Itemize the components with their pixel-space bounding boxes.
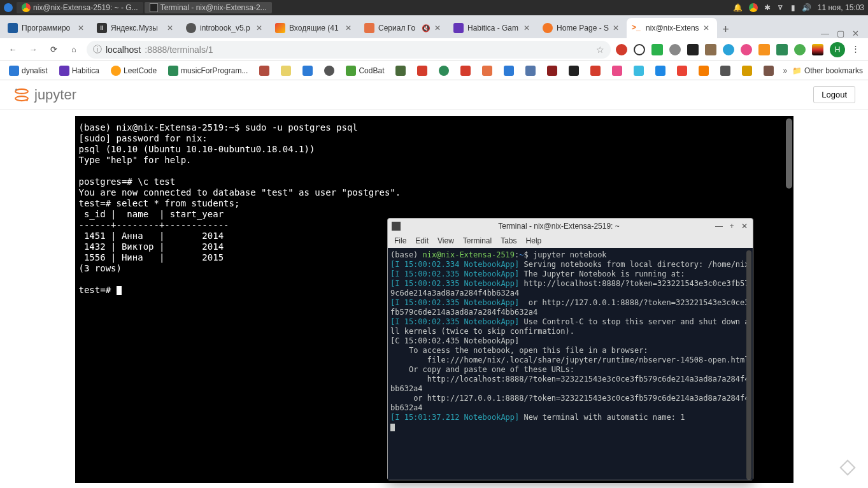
close-icon[interactable]: ✕ [613, 24, 622, 32]
bookmark-item[interactable] [320, 64, 338, 78]
bookmark-item[interactable]: dynalist [5, 64, 52, 78]
maximize-icon[interactable]: ▢ [837, 29, 844, 38]
notifications-icon[interactable]: 🔔 [733, 3, 743, 12]
close-icon[interactable]: ✕ [345, 24, 354, 32]
bookmark-item[interactable] [277, 64, 295, 78]
extension-icon[interactable] [705, 44, 716, 55]
volume-icon[interactable]: 🔊 [802, 3, 811, 12]
extension-icon[interactable] [776, 44, 788, 55]
jupyter-logo[interactable]: jupyter [13, 86, 76, 104]
browser-tab[interactable]: Программиро ✕ [3, 18, 92, 38]
mute-icon[interactable]: 🔇 [422, 24, 430, 32]
menu-file[interactable]: File [394, 236, 406, 245]
extension-icon[interactable] [616, 44, 627, 55]
profile-avatar[interactable]: H [830, 42, 845, 57]
scrollbar[interactable] [786, 118, 792, 189]
maximize-icon[interactable]: + [727, 222, 736, 231]
taskbar-item-chrome[interactable]: nix@nix-Extensa-2519: ~ - G... [17, 2, 143, 13]
bookmark-item[interactable] [255, 64, 273, 78]
terminal-log: [I 15:00:02.334 NotebookApp] Serving not… [390, 260, 750, 336]
bookmarks-overflow[interactable]: » [783, 66, 787, 75]
home-button[interactable]: ⌂ [66, 42, 82, 57]
forward-button[interactable]: → [25, 42, 41, 57]
bookmark-item[interactable]: CodBat [342, 64, 388, 78]
minimize-icon[interactable]: — [715, 222, 723, 231]
taskbar-item-terminal[interactable]: Terminal - nix@nix-Extensa-2... [145, 2, 272, 13]
close-icon[interactable]: ✕ [523, 24, 532, 32]
bookmark-item[interactable] [435, 64, 453, 78]
bookmark-item[interactable] [392, 64, 409, 78]
bookmark-item[interactable] [413, 64, 431, 78]
close-icon[interactable]: ✕ [703, 24, 712, 32]
bookmark-item[interactable]: musicForProgram... [164, 64, 252, 78]
bookmark-favicon [504, 66, 514, 76]
close-icon[interactable]: ✕ [852, 29, 859, 38]
close-icon[interactable]: ✕ [167, 24, 176, 32]
menu-view[interactable]: View [438, 236, 454, 245]
extension-icon[interactable] [723, 44, 734, 55]
bookmark-item[interactable] [543, 64, 561, 78]
star-icon[interactable]: ☆ [596, 45, 604, 55]
browser-tab[interactable]: Входящие (41 ✕ [270, 18, 359, 38]
extension-icon[interactable] [741, 44, 752, 55]
bookmark-item[interactable] [457, 64, 474, 78]
bookmark-item[interactable] [651, 64, 669, 78]
reload-button[interactable]: ⟳ [46, 42, 61, 57]
bookmark-item[interactable] [587, 64, 604, 78]
extension-icon[interactable] [651, 44, 663, 55]
bookmark-item[interactable] [695, 64, 713, 78]
menu-terminal[interactable]: Terminal [463, 236, 492, 245]
extension-icon[interactable] [669, 44, 681, 55]
bookmark-item[interactable] [565, 64, 583, 78]
close-icon[interactable]: ✕ [256, 24, 265, 32]
bookmark-item[interactable] [522, 64, 539, 78]
minimize-icon[interactable]: — [821, 29, 829, 38]
close-icon[interactable]: ✕ [740, 222, 749, 231]
other-bookmarks[interactable]: 📁 Other bookmarks [792, 66, 863, 75]
scrollbar[interactable] [746, 250, 751, 480]
bookmark-item[interactable]: LeetCode [107, 64, 160, 78]
extension-icon[interactable] [687, 44, 699, 55]
menu-tabs[interactable]: Tabs [501, 236, 516, 245]
xfce-terminal-window[interactable]: Terminal - nix@nix-Extensa-2519: ~ — + ✕… [387, 218, 753, 480]
bookmark-item[interactable] [478, 64, 496, 78]
extension-icon[interactable] [794, 44, 806, 55]
browser-tab-active[interactable]: >_ nix@nix-Extens ✕ [627, 18, 717, 38]
browser-tab[interactable]: Сериал Го 🔇 ✕ [359, 18, 448, 38]
bookmark-item[interactable] [738, 64, 756, 78]
bookmark-item[interactable] [500, 64, 518, 78]
new-tab-button[interactable]: + [717, 20, 735, 38]
browser-tab[interactable]: Home Page - S ✕ [537, 18, 627, 38]
wifi-icon[interactable]: ⛛ [777, 3, 785, 12]
terminal-body[interactable]: (base) nix@nix-Extensa-2519:~$ jupyter n… [388, 248, 753, 480]
logout-button[interactable]: Logout [813, 86, 855, 103]
menu-edit[interactable]: Edit [415, 236, 429, 245]
menu-icon[interactable]: ⋮ [851, 44, 863, 55]
bookmark-item[interactable] [630, 64, 648, 78]
clock[interactable]: 11 ноя, 15:03 [818, 3, 864, 12]
back-button[interactable]: ← [5, 42, 20, 57]
info-icon[interactable]: ⓘ [93, 44, 102, 55]
bluetooth-icon[interactable]: ✱ [764, 3, 771, 12]
bookmark-favicon [720, 66, 730, 76]
bookmark-item[interactable] [716, 64, 734, 78]
browser-tab[interactable]: Habitica - Gam ✕ [448, 18, 537, 38]
extension-icon[interactable] [758, 44, 770, 55]
app-menu-icon[interactable] [4, 3, 13, 12]
extension-icon[interactable] [812, 44, 823, 55]
chrome-tray-icon[interactable] [749, 3, 758, 12]
bookmark-item[interactable] [673, 64, 691, 78]
menu-help[interactable]: Help [526, 236, 542, 245]
bookmark-item[interactable] [608, 64, 626, 78]
battery-icon[interactable]: ▮ [791, 3, 795, 12]
browser-tab[interactable]: ⏸ Яндекс.Музы ✕ [92, 18, 181, 38]
bookmark-item[interactable] [299, 64, 317, 78]
close-icon[interactable]: ✕ [78, 24, 87, 32]
bookmark-item[interactable]: Habitica [55, 64, 103, 78]
titlebar[interactable]: Terminal - nix@nix-Extensa-2519: ~ — + ✕ [388, 219, 753, 234]
close-icon[interactable]: ✕ [434, 24, 443, 32]
extension-icon[interactable] [634, 44, 645, 55]
browser-tab[interactable]: introbook_v5.p ✕ [181, 18, 270, 38]
bookmark-item[interactable] [760, 64, 778, 78]
url-input[interactable]: ⓘ localhost:8888/terminals/1 ☆ [87, 41, 611, 59]
